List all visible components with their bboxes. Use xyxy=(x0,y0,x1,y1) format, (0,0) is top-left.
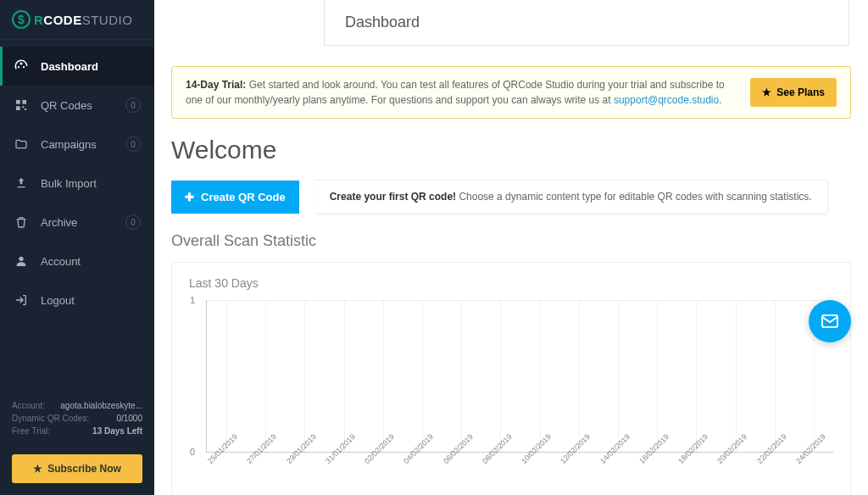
star-icon: ★ xyxy=(33,463,42,475)
star-icon: ★ xyxy=(762,86,771,98)
subscribe-label: Subscribe Now xyxy=(47,463,121,475)
main-content: Dashboard 14-Day Trial: Get started and … xyxy=(154,0,868,495)
breadcrumb: Dashboard xyxy=(324,0,849,46)
create-label: Create QR Code xyxy=(201,191,286,203)
sidebar-item-label: Logout xyxy=(41,294,141,307)
mail-icon xyxy=(820,311,840,331)
chat-fab[interactable] xyxy=(809,300,851,342)
see-plans-button[interactable]: ★ See Plans xyxy=(750,78,837,107)
qrcode-icon xyxy=(14,97,29,113)
account-info: Account:agota.bialobzeskyte... Dynamic Q… xyxy=(0,392,154,448)
stats-title: Overall Scan Statistic xyxy=(171,232,851,250)
sidebar-item-label: Dashboard xyxy=(41,60,141,73)
create-row: ✚ Create QR Code Create your first QR co… xyxy=(171,180,851,214)
page-title: Welcome xyxy=(171,136,851,164)
svg-rect-2 xyxy=(16,106,20,110)
sidebar-item-campaigns[interactable]: Campaigns 0 xyxy=(0,125,154,164)
trial-text: 14-Day Trial: Get started and look aroun… xyxy=(186,77,737,108)
x-axis: 25/01/201927/01/201929/01/201931/01/2019… xyxy=(206,459,833,468)
upload-icon xyxy=(14,175,29,191)
quota-value: 0/1000 xyxy=(116,414,142,423)
logo-text: RCODESTUDIO xyxy=(34,13,132,27)
trial-value: 13 Days Left xyxy=(92,426,142,436)
sidebar-item-label: Bulk Import xyxy=(41,177,141,190)
sidebar-item-label: Account xyxy=(41,255,141,268)
see-plans-label: See Plans xyxy=(776,86,825,98)
folder-icon xyxy=(14,136,29,152)
sidebar-item-qrcodes[interactable]: QR Codes 0 xyxy=(0,86,154,125)
chart-title: Last 30 Days xyxy=(189,276,833,290)
subscribe-button[interactable]: ★ Subscribe Now xyxy=(12,454,142,483)
support-email-link[interactable]: support@qrcode.studio xyxy=(614,94,719,106)
sidebar-item-dashboard[interactable]: Dashboard xyxy=(0,47,154,86)
trial-banner: 14-Day Trial: Get started and look aroun… xyxy=(171,66,851,119)
sidebar-item-label: QR Codes xyxy=(41,99,114,112)
nav: Dashboard QR Codes 0 Campaigns 0 Bulk Im… xyxy=(0,40,154,392)
sidebar-item-label: Archive xyxy=(41,216,114,229)
trial-label: Free Trial: xyxy=(12,426,50,436)
plus-icon: ✚ xyxy=(185,191,194,203)
user-icon xyxy=(14,253,29,269)
sidebar-item-account[interactable]: Account xyxy=(0,242,154,281)
dashboard-icon xyxy=(14,58,29,74)
count-badge: 0 xyxy=(125,97,141,113)
account-label: Account: xyxy=(12,401,45,410)
svg-rect-0 xyxy=(16,100,20,104)
quota-label: Dynamic QR Codes: xyxy=(12,414,89,423)
trash-icon xyxy=(14,214,29,230)
logo[interactable]: $ RCODESTUDIO xyxy=(0,0,154,40)
sidebar-item-bulkimport[interactable]: Bulk Import xyxy=(0,164,154,203)
svg-rect-3 xyxy=(22,106,24,108)
chart-container: Last 30 Days 01 25/01/201927/01/201929/0… xyxy=(171,262,851,495)
create-hint: Create your first QR code! Choose a dyna… xyxy=(314,180,828,214)
svg-point-5 xyxy=(19,257,23,261)
sidebar-item-archive[interactable]: Archive 0 xyxy=(0,203,154,242)
sidebar-item-logout[interactable]: Logout xyxy=(0,281,154,320)
logout-icon xyxy=(14,292,29,308)
chart-area: 01 xyxy=(206,300,833,453)
sidebar-item-label: Campaigns xyxy=(41,138,114,151)
count-badge: 0 xyxy=(125,214,141,230)
count-badge: 0 xyxy=(125,136,141,152)
svg-rect-1 xyxy=(22,100,26,104)
sidebar: $ RCODESTUDIO Dashboard QR Codes 0 Campa… xyxy=(0,0,154,495)
svg-rect-4 xyxy=(25,108,26,110)
logo-icon: $ xyxy=(12,10,31,29)
account-value: agota.bialobzeskyte... xyxy=(60,401,142,410)
create-qr-button[interactable]: ✚ Create QR Code xyxy=(171,181,299,214)
